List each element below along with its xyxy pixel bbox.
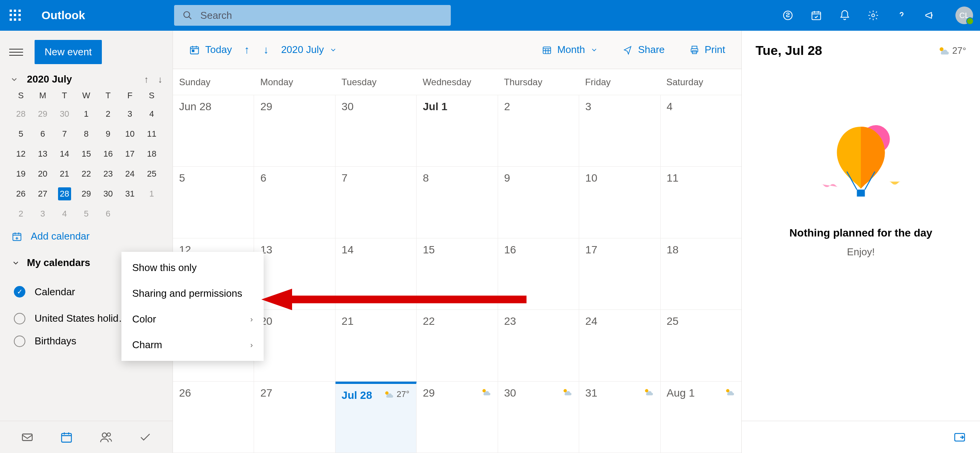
open-pane-button[interactable] [953,431,966,444]
month-picker-button[interactable]: 2020 July [276,40,342,60]
mini-day[interactable]: 8 [75,127,97,141]
grid-cell[interactable]: 22 [417,310,498,381]
mini-next-button[interactable]: ↓ [158,74,163,85]
search-input[interactable] [200,10,442,21]
calendar-checkbox[interactable] [14,286,25,298]
grid-cell[interactable]: 5 [173,167,254,238]
grid-cell[interactable]: 17 [579,238,660,309]
grid-cell[interactable]: 31 [579,382,660,453]
grid-cell[interactable]: 15 [417,238,498,309]
print-button[interactable]: Print [684,40,731,60]
grid-cell[interactable]: Jun 28 [173,95,254,166]
settings-icon[interactable] [867,9,879,21]
mail-module-button[interactable] [20,430,35,445]
todo-module-button[interactable] [138,430,153,445]
grid-cell[interactable]: 23 [498,310,579,381]
search-box[interactable] [174,5,451,26]
mini-day[interactable]: 7 [53,127,75,141]
view-picker-button[interactable]: Month [537,40,603,60]
mini-day[interactable]: 2 [97,107,119,121]
prev-period-button[interactable]: ↑ [237,44,256,56]
grid-cell[interactable]: 13 [254,238,335,309]
mini-day[interactable]: 31 [119,187,141,200]
mini-day[interactable]: 25 [141,167,163,180]
mini-day[interactable]: 15 [75,147,97,160]
grid-cell[interactable]: Jul 2827° [336,382,417,453]
context-menu-item[interactable]: Color› [121,306,264,332]
account-avatar[interactable]: CL [955,7,973,24]
mini-day[interactable]: 10 [119,127,141,141]
grid-cell[interactable]: 30 [498,382,579,453]
mini-day[interactable]: 3 [32,207,54,220]
grid-cell[interactable]: 25 [661,310,741,381]
megaphone-icon[interactable] [924,9,936,21]
grid-cell[interactable]: 10 [579,167,660,238]
context-menu-item[interactable]: Sharing and permissions [121,281,264,306]
grid-cell[interactable]: 8 [417,167,498,238]
grid-cell[interactable]: 14 [336,238,417,309]
mini-day[interactable]: 4 [53,207,75,220]
mini-day[interactable]: 21 [53,167,75,180]
mini-day[interactable]: 9 [97,127,119,141]
mini-day[interactable]: 22 [75,167,97,180]
context-menu-item[interactable]: Charm› [121,332,264,358]
mini-day[interactable]: 30 [53,107,75,121]
mini-day[interactable]: 2 [10,207,32,220]
mini-day[interactable]: 28 [10,107,32,121]
mini-day[interactable]: 27 [32,187,54,200]
mini-day[interactable]: 17 [119,147,141,160]
grid-cell[interactable]: 9 [498,167,579,238]
notifications-icon[interactable] [839,9,851,21]
mini-day[interactable]: 6 [97,207,119,220]
mini-day[interactable]: 13 [32,147,54,160]
mini-day[interactable]: 29 [32,107,54,121]
calendar-check-icon[interactable] [810,9,822,21]
grid-cell[interactable]: 7 [336,167,417,238]
mini-day[interactable]: 23 [97,167,119,180]
mini-day[interactable]: 26 [10,187,32,200]
grid-cell[interactable]: Aug 1 [661,382,741,453]
grid-cell[interactable]: 6 [254,167,335,238]
grid-cell[interactable]: 30 [336,95,417,166]
mini-day[interactable]: 5 [10,127,32,141]
mini-day[interactable]: 29 [75,187,97,200]
chevron-down-icon[interactable] [10,75,21,84]
help-icon[interactable] [895,9,908,21]
mini-day[interactable]: 11 [141,127,163,141]
calendar-module-button[interactable] [59,430,74,445]
grid-cell[interactable]: 21 [336,310,417,381]
mini-day[interactable]: 28 [58,187,71,200]
grid-cell[interactable]: 29 [254,95,335,166]
mini-prev-button[interactable]: ↑ [144,74,149,85]
mini-day[interactable]: 16 [97,147,119,160]
mini-day[interactable]: 3 [119,107,141,121]
mini-day[interactable]: 19 [10,167,32,180]
grid-cell[interactable]: 16 [498,238,579,309]
grid-cell[interactable]: 2 [498,95,579,166]
mini-day[interactable]: 12 [10,147,32,160]
grid-cell[interactable]: 26 [173,382,254,453]
context-menu-item[interactable]: Show this only [121,255,264,281]
add-calendar-button[interactable]: Add calendar [0,220,173,249]
next-period-button[interactable]: ↓ [256,44,276,56]
mini-day[interactable]: 30 [97,187,119,200]
mini-day[interactable]: 6 [32,127,54,141]
mini-day[interactable]: 1 [141,187,163,200]
mini-day[interactable]: 4 [141,107,163,121]
calendar-checkbox[interactable] [14,336,25,347]
skype-icon[interactable] [782,9,794,21]
mini-day[interactable]: 5 [75,207,97,220]
grid-cell[interactable]: 29 [417,382,498,453]
mini-day[interactable]: 20 [32,167,54,180]
grid-cell[interactable]: 18 [661,238,741,309]
people-module-button[interactable] [98,430,114,445]
mini-day[interactable]: 24 [119,167,141,180]
grid-cell[interactable]: 11 [661,167,741,238]
grid-cell[interactable]: 4 [661,95,741,166]
share-button[interactable]: Share [617,40,670,60]
new-event-button[interactable]: New event [35,40,102,64]
menu-toggle-button[interactable] [9,45,23,59]
grid-cell[interactable]: 24 [579,310,660,381]
grid-cell[interactable]: 20 [254,310,335,381]
mini-day[interactable]: 14 [53,147,75,160]
